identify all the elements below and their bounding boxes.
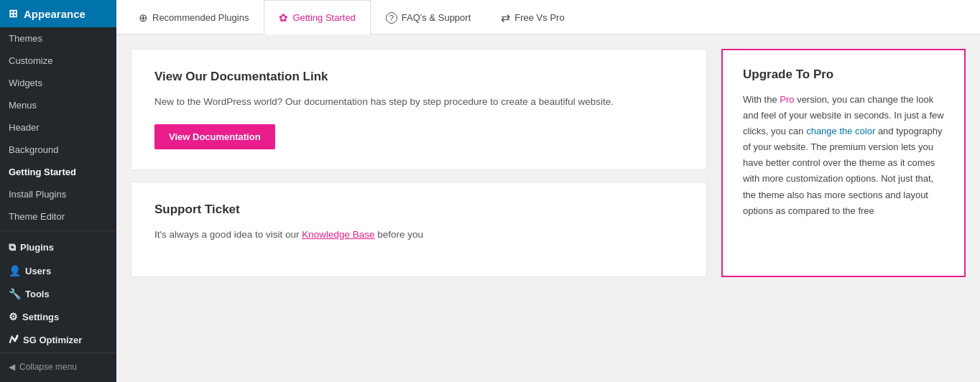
- knowledge-base-link[interactable]: Knowledge Base: [302, 229, 374, 240]
- plugins-label: Plugins: [20, 242, 54, 253]
- support-card-text: It's always a good idea to visit our: [154, 229, 302, 240]
- view-documentation-button[interactable]: View Documentation: [154, 124, 275, 149]
- sidebar-item-customize[interactable]: Customize: [0, 50, 116, 72]
- tab-label: Free Vs Pro: [514, 12, 564, 23]
- sidebar-divider: [0, 230, 116, 231]
- upgrade-text: With the Pro version, you can change the…: [743, 92, 944, 219]
- sidebar-item-header[interactable]: Header: [0, 116, 116, 139]
- sg-optimizer-icon: 🗲: [9, 334, 19, 345]
- sidebar-item-label: Themes: [9, 33, 42, 44]
- collapse-menu[interactable]: ◀ Collapse menu: [0, 356, 116, 378]
- sidebar-item-install-plugins[interactable]: Install Plugins: [0, 183, 116, 205]
- tab-label: FAQ's & Support: [402, 12, 471, 23]
- tab-getting-started[interactable]: ✿ Getting Started: [264, 0, 370, 34]
- users-label: Users: [25, 266, 51, 276]
- tools-icon: 🔧: [9, 288, 21, 299]
- faq-support-icon: ?: [386, 12, 397, 24]
- sidebar-group-sg-optimizer[interactable]: 🗲 SG Optimizer: [0, 327, 116, 350]
- support-card-text-2: before you: [375, 229, 424, 240]
- settings-label: Settings: [22, 312, 59, 322]
- sidebar-item-label: Getting Started: [9, 167, 76, 177]
- sidebar-item-label: Install Plugins: [9, 189, 66, 200]
- getting-started-tab-icon: ✿: [279, 11, 288, 24]
- tab-label: Getting Started: [292, 12, 355, 23]
- sidebar-group-users[interactable]: 👤 Users: [0, 258, 116, 281]
- sidebar-item-label: Menus: [9, 100, 37, 111]
- right-column: Upgrade To Pro With the Pro version, you…: [721, 49, 966, 277]
- sidebar-header[interactable]: ⊞ Appearance: [0, 0, 116, 27]
- plugins-icon: ⧉: [9, 241, 16, 253]
- sidebar-group-plugins[interactable]: ⧉ Plugins: [0, 234, 116, 258]
- change-color-highlight: change the color: [806, 126, 875, 136]
- sidebar-group-tools[interactable]: 🔧 Tools: [0, 281, 116, 304]
- upgrade-title: Upgrade To Pro: [743, 67, 944, 82]
- sidebar-item-menus[interactable]: Menus: [0, 94, 116, 116]
- doc-card-body: New to the WordPress world? Our document…: [154, 94, 683, 110]
- tab-recommended-plugins[interactable]: ⊕ Recommended Plugins: [124, 0, 264, 34]
- tools-label: Tools: [25, 289, 50, 299]
- sidebar-group-settings[interactable]: ⚙ Settings: [0, 304, 116, 327]
- sidebar-item-themes[interactable]: Themes: [0, 27, 116, 50]
- collapse-icon: ◀: [9, 362, 15, 372]
- main-content: ⊕ Recommended Plugins ✿ Getting Started …: [116, 0, 980, 382]
- support-ticket-card: Support Ticket It's always a good idea t…: [131, 182, 707, 278]
- sidebar-item-label: Background: [9, 144, 58, 155]
- sidebar-divider-2: [0, 353, 116, 353]
- sidebar-item-theme-editor[interactable]: Theme Editor: [0, 205, 116, 228]
- pro-highlight: Pro: [780, 94, 794, 105]
- support-card-body: It's always a good idea to visit our Kno…: [154, 227, 683, 243]
- upgrade-box: Upgrade To Pro With the Pro version, you…: [721, 49, 966, 277]
- sidebar-header-label: Appearance: [24, 8, 85, 20]
- collapse-label: Collapse menu: [19, 362, 77, 372]
- sidebar-item-label: Header: [9, 122, 40, 133]
- sidebar-item-getting-started[interactable]: Getting Started: [0, 161, 116, 183]
- sidebar: ⊞ Appearance Themes Customize Widgets Me…: [0, 0, 116, 382]
- sidebar-item-background[interactable]: Background: [0, 139, 116, 161]
- tab-free-vs-pro[interactable]: ⇄ Free Vs Pro: [486, 0, 579, 34]
- tab-label: Recommended Plugins: [152, 12, 249, 23]
- sg-optimizer-label: SG Optimizer: [23, 335, 82, 345]
- sidebar-item-widgets[interactable]: Widgets: [0, 72, 116, 94]
- recommended-plugins-icon: ⊕: [139, 11, 148, 24]
- sidebar-item-label: Customize: [9, 55, 52, 66]
- doc-card-title: View Our Documentation Link: [154, 70, 683, 84]
- tab-faq-support[interactable]: ? FAQ's & Support: [371, 0, 486, 34]
- documentation-card: View Our Documentation Link New to the W…: [131, 49, 707, 170]
- support-card-title: Support Ticket: [154, 202, 683, 217]
- free-vs-pro-icon: ⇄: [501, 11, 510, 24]
- sidebar-item-label: Theme Editor: [9, 211, 65, 222]
- doc-card-text: New to the WordPress world? Our document…: [154, 96, 614, 107]
- sidebar-item-label: Widgets: [9, 78, 42, 88]
- appearance-icon: ⊞: [9, 7, 18, 20]
- left-column: View Our Documentation Link New to the W…: [131, 49, 707, 277]
- content-area: View Our Documentation Link New to the W…: [116, 34, 980, 277]
- settings-icon: ⚙: [9, 311, 18, 322]
- tabs-bar: ⊕ Recommended Plugins ✿ Getting Started …: [116, 0, 980, 34]
- users-icon: 👤: [9, 265, 21, 276]
